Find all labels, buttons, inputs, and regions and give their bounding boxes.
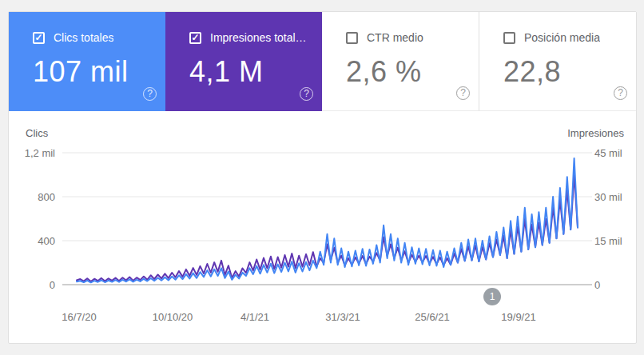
card-average-position[interactable]: Posición media 22,8 ? — [479, 12, 636, 111]
card-label: CTR medio — [367, 31, 423, 44]
card-label: Clics totales — [54, 31, 113, 44]
card-total-impressions[interactable]: ✓ Impresiones total… 4,1 M ? — [165, 12, 322, 111]
card-header: ✓ Clics totales — [33, 31, 165, 44]
help-icon[interactable]: ? — [456, 86, 470, 100]
card-header: Posición media — [503, 31, 636, 44]
card-label: Impresiones total… — [210, 31, 307, 44]
card-value: 22,8 — [503, 56, 636, 88]
help-icon[interactable]: ? — [614, 86, 627, 100]
chart-series — [77, 158, 578, 282]
card-value: 2,6 % — [346, 56, 479, 88]
checkbox-average-position[interactable] — [503, 32, 515, 44]
card-header: ✓ Impresiones total… — [189, 31, 322, 44]
annotation-marker-1[interactable]: 1 — [483, 288, 501, 305]
card-value: 107 mil — [33, 56, 165, 88]
card-total-clicks[interactable]: ✓ Clics totales 107 mil ? — [9, 12, 165, 111]
checkbox-average-ctr[interactable] — [346, 32, 358, 44]
performance-chart[interactable]: Clics Impresiones 1,2 mil 800 400 0 45 m… — [9, 111, 636, 345]
series-line-right — [77, 175, 578, 282]
card-label: Posición media — [524, 31, 600, 44]
performance-panel: ✓ Clics totales 107 mil ? ✓ Impresiones … — [8, 11, 637, 344]
help-icon[interactable]: ? — [300, 87, 313, 101]
card-value: 4,1 M — [189, 56, 322, 88]
checkbox-total-clicks[interactable]: ✓ — [33, 32, 45, 44]
card-header: CTR medio — [346, 31, 479, 44]
help-icon[interactable]: ? — [143, 87, 157, 101]
card-average-ctr[interactable]: CTR medio 2,6 % ? — [322, 12, 479, 111]
checkbox-total-impressions[interactable]: ✓ — [189, 32, 201, 44]
series-line-left — [77, 158, 578, 282]
chart-plot-area — [9, 111, 638, 345]
metric-cards-row: ✓ Clics totales 107 mil ? ✓ Impresiones … — [9, 12, 636, 111]
